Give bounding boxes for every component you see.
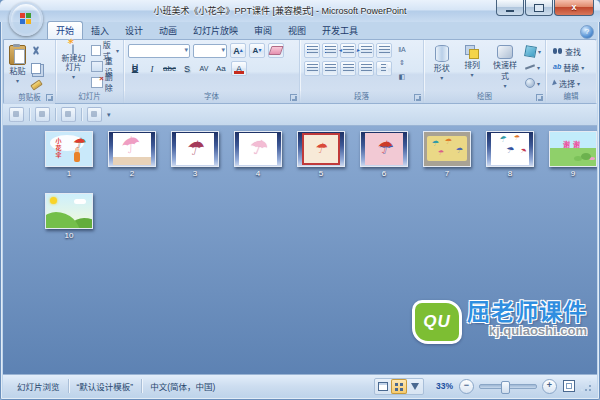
character-spacing-button[interactable]: AV [197,62,211,75]
copy-button[interactable] [29,61,44,75]
slide-photo: ☂ [113,133,151,165]
paste-button[interactable]: 粘贴 [6,42,29,92]
font-name-combo[interactable] [128,44,190,58]
zoom-in-button[interactable]: + [542,379,557,394]
close-icon: x [571,1,576,14]
arrange-button[interactable]: 排列 [457,42,487,91]
bush-graphic [581,153,591,160]
grip-dots [589,389,591,391]
font-dialog-launcher[interactable] [290,94,297,101]
align-text-button[interactable]: ⇕ [395,57,409,69]
font-color-button[interactable]: A [231,61,247,76]
zoom-slider-thumb[interactable] [501,381,510,394]
replace-icon: ab [553,63,561,71]
justify-button[interactable] [358,61,374,76]
office-button[interactable] [9,2,43,36]
columns-button[interactable] [376,61,392,76]
shape-fill-button[interactable] [523,44,543,58]
umbrella-icon: ☂ [71,136,84,150]
font-size-combo[interactable] [193,44,227,58]
change-case-button[interactable]: Aa [214,62,228,75]
zoom-level-label[interactable]: 33% [436,381,453,391]
slide-thumbnail-5[interactable]: ☂ [297,131,345,167]
slide-thumbnail-10[interactable] [45,193,93,229]
fit-to-window-button[interactable] [563,380,575,392]
maximize-button[interactable] [525,0,553,16]
slide-thumbnail-8[interactable]: ☂ ☂ ☂ ☂ [486,131,534,167]
smartart-convert-button[interactable]: ◧ [395,71,409,83]
quick-access-button-4[interactable] [87,107,102,122]
zoom-slider[interactable] [479,384,537,389]
slide-thumbnail-2[interactable]: ☂ [108,131,156,167]
new-slide-button[interactable]: * 新建幻灯片 [58,42,89,91]
quick-access-button-3[interactable] [61,107,76,122]
find-button[interactable]: 查找 [551,44,586,58]
clear-formatting-button[interactable] [268,43,284,58]
select-button[interactable]: 选择 [551,76,586,90]
sun-graphic [50,197,57,204]
tab-insert[interactable]: 插入 [83,22,117,39]
shape-outline-button[interactable] [523,60,543,74]
new-slide-dropdown-arrow [72,72,75,81]
tab-slideshow[interactable]: 幻灯片放映 [185,22,246,39]
clipboard-dialog-launcher[interactable] [46,94,53,101]
quick-access-button-1[interactable] [9,107,24,122]
layout-icon [91,45,101,56]
slide-thumbnail-6[interactable]: ☂ [360,131,408,167]
tab-home[interactable]: 开始 [47,21,83,39]
center-button[interactable] [322,61,338,76]
increase-indent-button[interactable] [358,43,374,58]
slide-thumbnail-4[interactable]: ☂ [234,131,282,167]
quick-styles-button[interactable]: 快速样式 [487,42,523,91]
slide-thumbnail-1[interactable]: 小花伞 ☂ [45,131,93,167]
slideshow-view-button[interactable] [407,379,423,394]
shrink-font-button[interactable]: A [249,43,265,58]
strikethrough-button[interactable]: abc [162,62,177,75]
align-left-button[interactable] [304,61,320,76]
shape-effects-button[interactable] [523,76,543,90]
zoom-out-button[interactable]: − [459,379,474,394]
decrease-indent-button[interactable] [340,43,356,58]
delete-button[interactable]: 删除 [89,75,121,89]
toolbar-separator [81,108,82,121]
quick-access-button-2[interactable] [35,107,50,122]
paragraph-dialog-launcher[interactable] [414,94,421,101]
quick-access-customize-button[interactable]: ▾ [107,111,111,119]
tab-design[interactable]: 设计 [117,22,151,39]
slide-thumbnail-9[interactable]: 谢谢 [549,131,597,167]
slide-9-title: 谢谢 [550,139,596,149]
resize-grip[interactable] [581,381,591,391]
text-direction-button[interactable]: ‖A [395,43,409,55]
italic-button[interactable]: I [145,62,159,75]
help-button[interactable]: ? [580,25,594,39]
slide-thumbnail-3[interactable]: ☂ [171,131,219,167]
tab-developer[interactable]: 开发工具 [314,22,366,39]
slide-thumbnail-7[interactable]: ☂ ☂ ☂ ☂ [423,131,471,167]
numbering-button[interactable] [322,43,338,58]
slide-sorter-view-button[interactable] [391,379,407,394]
columns-icon [381,64,388,73]
format-painter-button[interactable] [29,78,44,92]
bullets-button[interactable] [304,43,320,58]
line-spacing-button[interactable] [376,43,392,58]
quick-access-icon-3 [65,111,71,117]
slide-number: 6 [382,170,386,178]
shapes-button[interactable]: 形状 [426,42,457,91]
minimize-button[interactable] [496,0,524,16]
tab-review[interactable]: 审阅 [246,22,280,39]
drawing-dialog-launcher[interactable] [536,94,543,101]
drawing-group-label: 绘图 [424,91,545,103]
slide-number: 4 [256,170,260,178]
grow-font-button[interactable]: A [230,43,246,58]
normal-view-button[interactable] [375,379,391,394]
close-button[interactable]: x [554,0,594,16]
text-shadow-button[interactable]: S [180,62,194,75]
slide-photo: ☂ [302,133,340,165]
align-right-button[interactable] [340,61,356,76]
underline-button[interactable]: U [128,62,142,75]
cut-button[interactable] [29,44,44,58]
tab-view[interactable]: 视图 [280,22,314,39]
replace-button[interactable]: ab替换 [551,60,586,74]
tab-animations[interactable]: 动画 [151,22,185,39]
paste-icon [9,45,26,65]
